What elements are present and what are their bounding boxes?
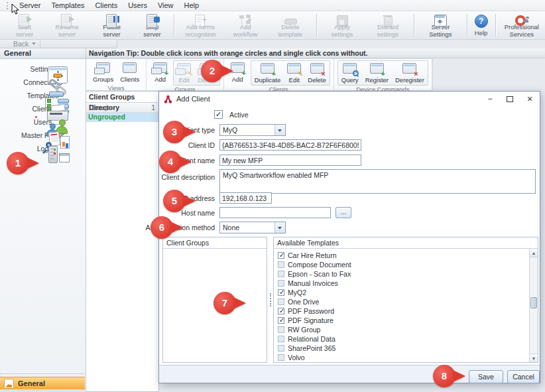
add-forms-recognition-button[interactable]: Add forms recognition (177, 12, 223, 38)
sidebar-item-label: Templates (0, 92, 86, 99)
group-edit-button[interactable]: Edit (174, 61, 194, 85)
template-row[interactable]: Car Hire Return (274, 251, 529, 260)
sidebar-item-master-forms[interactable]: Master Forms (0, 131, 86, 139)
client-name-input[interactable] (219, 155, 361, 166)
callout-1: 1 (7, 152, 40, 174)
help-button[interactable]: Help (470, 12, 493, 38)
active-label: Active (229, 111, 249, 119)
template-checkbox[interactable] (278, 261, 284, 268)
template-checkbox[interactable] (278, 252, 284, 259)
template-row[interactable]: Volvo (274, 353, 529, 362)
template-row[interactable]: Relational Data (274, 334, 529, 344)
group-add-icon (153, 62, 167, 73)
resume-server-button[interactable]: Resume server (44, 12, 90, 38)
maximize-icon[interactable] (500, 92, 520, 106)
menu-templates[interactable]: Templates (46, 1, 90, 10)
ip-address-input[interactable] (219, 192, 272, 204)
deregister-button[interactable]: Deregister (392, 61, 428, 85)
minimize-icon[interactable] (480, 92, 500, 106)
start-server-button[interactable]: Start server (5, 12, 44, 38)
template-checkbox[interactable] (278, 354, 284, 361)
group-row-ungrouped[interactable]: Ungrouped (86, 113, 158, 122)
scrollbar-thumb[interactable] (530, 297, 537, 308)
menu-help[interactable]: Help (179, 1, 205, 10)
template-row[interactable]: MyQ2 (274, 288, 529, 297)
template-checkbox[interactable] (278, 298, 284, 305)
template-checkbox[interactable] (278, 308, 284, 314)
query-button[interactable]: Query (338, 61, 362, 85)
template-row[interactable]: PDF Signature (274, 316, 529, 325)
cancel-button[interactable]: Cancel (507, 370, 540, 383)
templates-scrollbar[interactable]: ▲ ▼ (529, 249, 538, 362)
client-id-input[interactable] (219, 139, 361, 151)
views-clients-button[interactable]: Clients (117, 60, 143, 84)
server-settings-button[interactable]: Server Settings (417, 12, 463, 38)
button-label: Groups (93, 76, 113, 83)
apply-settings-icon (334, 14, 350, 23)
panel-splitter-handle[interactable] (269, 237, 272, 363)
close-icon[interactable] (520, 92, 540, 106)
groups-view-icon (96, 62, 110, 73)
menu-view[interactable]: View (152, 1, 179, 10)
save-button[interactable]: Save (469, 370, 503, 383)
client-type-dropdown[interactable]: MyQ (219, 124, 286, 136)
scroll-down-icon[interactable]: ▼ (530, 354, 538, 362)
menu-users[interactable]: Users (123, 1, 152, 10)
views-groups-button[interactable]: Groups (90, 60, 117, 84)
host-name-input[interactable] (219, 207, 331, 218)
delete-template-button[interactable]: Delete template (267, 12, 314, 38)
help-label: Help (475, 30, 488, 36)
template-row[interactable]: One Drive (274, 297, 529, 306)
host-name-browse-button[interactable]: ... (335, 207, 351, 218)
group-add-button[interactable]: Add (150, 60, 170, 84)
template-row[interactable]: PDF Password (274, 306, 529, 316)
template-checkbox[interactable] (278, 280, 284, 287)
template-label: Relational Data (288, 335, 335, 343)
client-duplicate-icon (261, 63, 274, 74)
template-label: One Drive (288, 298, 319, 306)
active-checkbox[interactable] (214, 110, 223, 119)
add-workflow-button[interactable]: Add workflow (224, 12, 267, 38)
sidebar-header: General (0, 48, 86, 59)
template-row[interactable]: Compose Document (274, 260, 529, 269)
template-row[interactable]: Epson - Scan to Fax (274, 269, 529, 279)
available-templates-panel: Available Templates Car Hire Return Comp… (273, 237, 538, 363)
scroll-up-icon[interactable]: ▲ (530, 249, 538, 257)
sidebar-item-label: Settings (0, 65, 86, 73)
sidebar-item-clients[interactable]: Clients (0, 105, 86, 113)
sidebar-footer-general[interactable]: General (0, 377, 85, 389)
template-checkbox[interactable] (278, 345, 284, 352)
groups-count: 1 (151, 103, 155, 112)
template-label: Car Hire Return (288, 251, 337, 259)
dialog-title-bar[interactable]: Add Client (159, 92, 540, 106)
discard-settings-button[interactable]: Discard settings (365, 12, 411, 38)
sidebar-item-settings[interactable]: Settings (0, 65, 86, 73)
client-edit-button[interactable]: Edit (284, 61, 304, 85)
template-checkbox[interactable] (278, 326, 284, 333)
server-settings-icon (432, 14, 448, 23)
client-delete-button[interactable]: Delete (304, 61, 329, 85)
template-row[interactable]: Manual Invoices (274, 279, 529, 288)
professional-services-icon (514, 14, 530, 23)
stop-server-button[interactable]: Stop server (133, 12, 171, 38)
pause-server-button[interactable]: Pause server (90, 12, 133, 38)
template-checkbox[interactable] (278, 336, 284, 342)
template-checkbox[interactable] (278, 317, 284, 324)
sidebar-item-templates[interactable]: Templates (0, 92, 86, 99)
button-label: Deregister (395, 76, 424, 84)
apply-settings-button[interactable]: Apply settings (320, 12, 365, 38)
groups-column-header[interactable]: Groups 1 (86, 103, 158, 113)
sidebar-item-connections[interactable]: Connections (0, 78, 86, 86)
template-row[interactable]: RW Group (274, 325, 529, 334)
client-description-input[interactable]: MyQ Smartworkflow enabled MFP (219, 169, 536, 194)
template-checkbox[interactable] (278, 289, 284, 296)
menu-clients[interactable]: Clients (90, 1, 123, 10)
template-row[interactable]: SharePoint 365 (274, 344, 529, 353)
client-duplicate-button[interactable]: Duplicate (251, 61, 284, 85)
register-button[interactable]: Register (362, 61, 392, 85)
template-checkbox[interactable] (278, 271, 284, 277)
back-button[interactable]: Back (9, 40, 40, 48)
sidebar-item-users[interactable]: Users (0, 118, 86, 126)
professional-services-button[interactable]: Professional Services (499, 12, 545, 38)
authentication-method-dropdown[interactable]: None (219, 222, 286, 233)
